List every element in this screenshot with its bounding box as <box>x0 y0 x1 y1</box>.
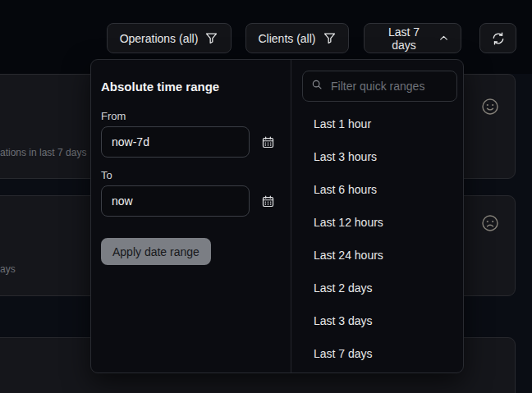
clients-filter-label: Clients (all) <box>258 32 315 45</box>
time-picker-dropdown: Absolute time range From To <box>90 59 464 373</box>
quick-range-option[interactable]: Last 12 hours <box>291 206 463 239</box>
quick-range-option[interactable]: Last 6 hours <box>291 173 463 206</box>
absolute-time-range-title: Absolute time range <box>101 80 281 94</box>
from-calendar-button[interactable] <box>261 135 275 149</box>
to-input[interactable] <box>101 185 250 217</box>
metric-card-caption: ations in last 7 days <box>0 147 86 158</box>
to-calendar-button[interactable] <box>261 194 275 208</box>
search-icon <box>311 79 323 94</box>
calendar-icon <box>261 139 275 152</box>
quick-range-option[interactable]: Last 1 hour <box>291 107 463 140</box>
dashboard-screen: ations in last 7 days ays Operations (al… <box>0 0 532 393</box>
from-label: From <box>101 110 281 122</box>
operations-filter-button[interactable]: Operations (all) <box>107 23 232 53</box>
quick-ranges-search[interactable] <box>302 71 457 102</box>
clients-filter-button[interactable]: Clients (all) <box>245 23 349 53</box>
apply-date-range-button[interactable]: Apply date range <box>101 238 211 265</box>
absolute-time-range-section: Absolute time range From To <box>91 60 291 372</box>
quick-range-option[interactable]: Last 2 days <box>291 272 463 304</box>
quick-range-option[interactable]: Last 24 hours <box>291 239 463 272</box>
time-range-label: Last 7 days <box>376 25 432 52</box>
sad-face-icon <box>480 213 500 233</box>
quick-ranges-section: Last 1 hour Last 3 hours Last 6 hours La… <box>291 60 463 372</box>
chevron-up-icon <box>438 33 449 43</box>
time-range-button[interactable]: Last 7 days <box>364 23 461 53</box>
quick-range-option[interactable]: Last 3 hours <box>291 140 463 173</box>
from-input[interactable] <box>101 126 250 158</box>
quick-range-option[interactable]: Last 3 days <box>291 304 463 337</box>
quick-ranges-list: Last 1 hour Last 3 hours Last 6 hours La… <box>291 107 463 370</box>
funnel-icon <box>323 31 337 45</box>
refresh-icon <box>491 31 506 46</box>
happy-face-icon <box>480 97 500 117</box>
metric-card-caption: ays <box>0 263 16 275</box>
calendar-icon <box>261 199 275 211</box>
refresh-button[interactable] <box>479 23 516 53</box>
to-label: To <box>101 169 281 181</box>
operations-filter-label: Operations (all) <box>120 32 199 45</box>
quick-ranges-filter-input[interactable] <box>329 79 448 94</box>
quick-range-option[interactable]: Last 7 days <box>291 337 463 370</box>
funnel-icon <box>204 31 218 45</box>
